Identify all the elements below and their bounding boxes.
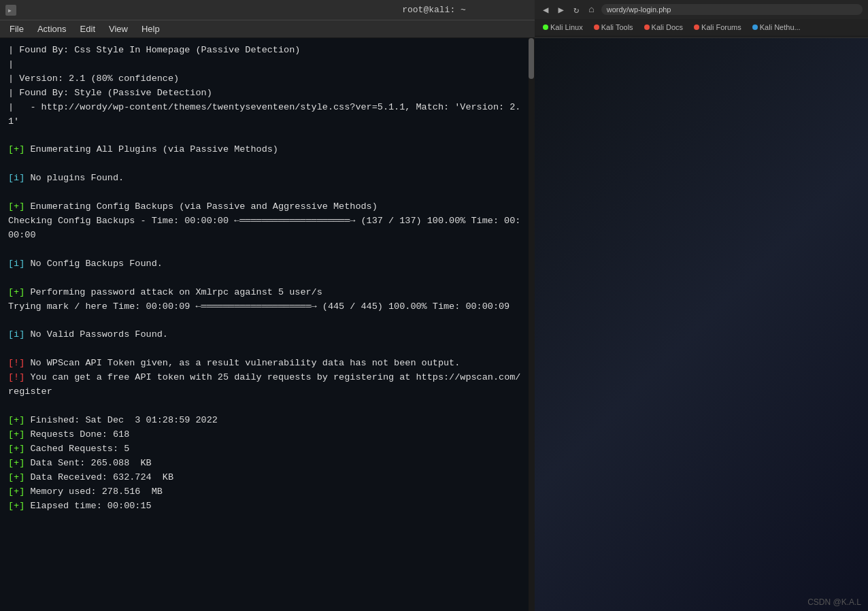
url-text: wordy/wp-login.php — [607, 5, 671, 14]
menu-actions[interactable]: Actions — [31, 22, 73, 36]
title-bar-left: ▶ — [5, 5, 16, 16]
url-bar[interactable]: wordy/wp-login.php — [601, 4, 863, 15]
bookmark-kali-linux[interactable]: Kali Linux — [539, 22, 587, 32]
bookmarks-bar: Kali Linux Kali Tools Kali Docs Kali For… — [535, 19, 868, 35]
menu-edit[interactable]: Edit — [73, 22, 102, 36]
terminal-output: | Found By: Css Style In Homepage (Passi… — [0, 38, 534, 611]
menu-help[interactable]: Help — [135, 22, 167, 36]
bookmark-kali-nethu[interactable]: Kali Nethu... — [748, 22, 805, 32]
terminal-text: | Found By: Css Style In Homepage (Passi… — [8, 44, 526, 513]
scrollbar-thumb[interactable] — [529, 38, 534, 79]
menu-view[interactable]: View — [102, 22, 135, 36]
terminal-icon: ▶ — [5, 5, 16, 16]
bookmark-kali-tools[interactable]: Kali Tools — [590, 22, 637, 32]
forward-button[interactable]: ▶ — [555, 3, 566, 17]
browser-content — [535, 38, 868, 611]
reload-button[interactable]: ↻ — [571, 3, 582, 17]
bookmark-kali-docs[interactable]: Kali Docs — [640, 22, 687, 32]
scrollbar-track — [529, 38, 534, 611]
bookmark-kali-forums[interactable]: Kali Forums — [690, 22, 746, 32]
back-button[interactable]: ◀ — [540, 3, 551, 17]
window-title: root@kali: ~ — [402, 5, 466, 15]
browser-nav: ◀ ▶ ↻ ⌂ wordy/wp-login.php — [535, 0, 868, 19]
watermark: CSDN @K.A.L — [807, 597, 861, 607]
svg-text:▶: ▶ — [8, 7, 12, 14]
browser-bar: ◀ ▶ ↻ ⌂ wordy/wp-login.php Kali Linux Ka… — [535, 0, 868, 38]
menu-file[interactable]: File — [3, 22, 31, 36]
home-button[interactable]: ⌂ — [586, 3, 597, 16]
